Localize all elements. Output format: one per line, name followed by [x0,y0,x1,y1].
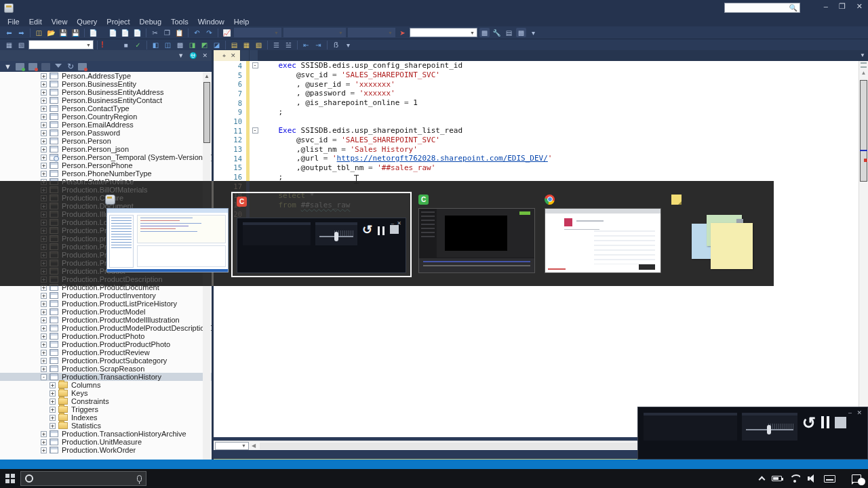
tree-item-production-productmodelillustration[interactable]: +Production.ProductModelIllustration [0,316,212,324]
parse-check-icon[interactable]: ✓ [133,40,143,49]
browser-thumbnail[interactable] [545,208,661,273]
refresh-icon[interactable]: ↻ [67,63,74,70]
pin-tab-icon[interactable]: ⌖ [222,52,226,60]
connect-button[interactable]: ▼ [4,62,12,70]
expand-icon[interactable]: + [41,333,47,340]
stop-icon[interactable]: ■ [121,40,131,49]
expand-icon[interactable]: + [41,114,47,120]
attach-icon[interactable]: ➤ [397,28,408,37]
mdx-query-icon[interactable]: 📄 [132,28,142,37]
tree-item-production-productmodelproductdescriptionculture[interactable]: +Production.ProductModelProductDescripti… [0,324,212,332]
audio-slider[interactable] [315,225,357,245]
tree-item-keys[interactable]: +Keys [0,389,212,397]
ssms-thumbnail[interactable] [106,208,229,272]
expand-icon[interactable]: + [41,171,47,177]
preview-card-ssms[interactable] [105,193,234,276]
save-icon[interactable]: 💾 [58,28,68,37]
new-project-icon[interactable]: ◫ [34,28,44,37]
cut-icon[interactable]: ✂ [150,28,160,37]
recorder-close-button[interactable]: ✕ [856,409,862,416]
tree-item-person-countryregion[interactable]: +Person.CountryRegion [0,113,212,121]
collapse-icon[interactable]: - [41,374,47,380]
query-toolbar-icon-3[interactable]: ▩ [175,40,185,49]
open-file-icon[interactable]: 📂 [46,28,56,37]
preview-card-camtasia[interactable]: C [418,193,539,276]
volume-icon[interactable] [808,474,816,483]
menu-help[interactable]: Help [229,18,254,26]
menu-view[interactable]: View [47,18,73,26]
expand-icon[interactable]: + [41,439,47,445]
scroll-up-icon[interactable]: ▲ [859,70,868,76]
toolbar-wrench-icon[interactable]: 🔧 [492,28,502,37]
redo-icon[interactable]: ↷ [204,28,214,37]
expand-icon[interactable]: + [41,81,47,87]
paste-icon[interactable]: 📋 [174,28,184,37]
tree-item-columns[interactable]: +Columns [0,381,212,389]
close-button[interactable]: ✕ [856,2,863,11]
pin-icon[interactable]: ⛎ [189,52,197,59]
tree-item-indexes[interactable]: +Indexes [0,413,212,422]
expand-icon[interactable]: + [41,130,47,136]
recorder-thumbnail[interactable]: – ✕ ↺ [237,218,406,273]
tab-sqlquery1[interactable] [250,50,258,61]
tree-item-person-addresstype[interactable]: +Person.AddressType [0,72,212,80]
tree-item-production-productinventory[interactable]: +Production.ProductInventory [0,291,212,300]
expand-icon[interactable]: + [41,138,47,144]
stop-button[interactable] [835,415,846,430]
delete-button[interactable]: ↺ [802,415,816,432]
expand-icon[interactable]: + [41,366,47,372]
new-query-icon[interactable]: 📄 [88,28,98,37]
toolbar-icon-3[interactable]: ▩ [516,28,526,37]
tree-item-statistics[interactable]: +Statistics [0,422,212,430]
tab-sqlquery3[interactable]: ⌖ ✕ [214,50,240,61]
results-file-icon[interactable]: ▧ [254,40,264,49]
expand-icon[interactable]: + [41,73,47,79]
preview-card-browser[interactable] [545,193,665,276]
menu-file[interactable]: File [3,18,24,26]
generic-debugger-combo[interactable]: ▼ [283,28,346,37]
tree-item-person-businessentity[interactable]: +Person.BusinessEntity [0,80,212,88]
pause-button[interactable] [378,224,384,239]
save-all-icon[interactable]: 💾 [71,28,81,37]
database-combo[interactable]: ▼ [28,40,94,49]
database-query-icon[interactable]: 📄 [108,28,118,37]
expand-icon[interactable]: + [50,407,56,413]
connect-server-icon[interactable] [16,63,24,70]
tree-item-production-productphoto[interactable]: +Production.ProductPhoto [0,332,212,340]
menu-project[interactable]: Project [102,18,134,26]
start-button[interactable] [0,469,20,488]
expand-icon[interactable]: + [41,309,47,315]
platform-combo[interactable]: ▼ [348,28,395,37]
specify-values-icon[interactable]: ẞ [331,40,341,49]
expand-icon[interactable]: + [41,431,47,437]
expand-icon[interactable]: + [41,350,47,356]
tree-item-production-productsubcategory[interactable]: +Production.ProductSubcategory [0,357,212,365]
procedure-combo[interactable]: ▼ [410,28,477,37]
splitter-grip-icon[interactable] [861,62,867,68]
expand-icon[interactable]: + [41,447,47,453]
stop-process-icon[interactable] [41,63,50,70]
editor-vertical-scrollbar[interactable]: ▲ ▼ [859,61,868,437]
disconnect-server-icon[interactable] [28,63,37,70]
copy-icon[interactable]: ❐ [162,28,172,37]
tree-item-production-productmodel[interactable]: +Production.ProductModel [0,308,212,316]
availability-icon-2[interactable]: ▧ [16,40,26,49]
tree-item-production-productreview[interactable]: +Production.ProductReview [0,348,212,357]
preview-card-recording[interactable]: C – ✕ [231,192,412,277]
tree-item-person-person-json[interactable]: +Person.Person_json [0,145,212,153]
script-icon[interactable] [78,63,87,70]
tree-item-triggers[interactable]: +Triggers [0,405,212,413]
activity-monitor-icon[interactable]: 📈 [222,28,232,37]
touch-keyboard-icon[interactable] [824,475,835,483]
expand-icon[interactable]: + [41,155,47,161]
tree-item-production-scrapreason[interactable]: +Production.ScrapReason [0,365,212,373]
tab-list-chevron-icon[interactable]: ▼ [860,52,865,58]
query-toolbar-icon-5[interactable]: ◩ [199,40,210,49]
recorder-minimize-button[interactable]: – [848,409,852,416]
camtasia-thumbnail[interactable] [418,208,535,273]
taskbar-search[interactable] [20,471,146,486]
toolbar-overflow-icon[interactable]: ▾ [528,28,538,37]
tree-item-person-businessentitycontact[interactable]: +Person.BusinessEntityContact [0,96,212,104]
navigate-back-icon[interactable]: ⬅ [4,28,14,37]
query-toolbar-icon-4[interactable]: ◨ [187,40,197,49]
